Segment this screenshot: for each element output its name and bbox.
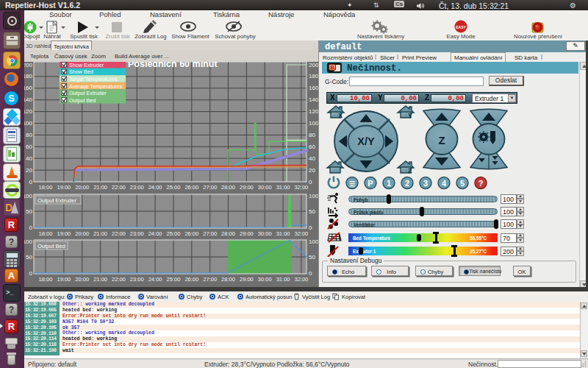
svg-text:40: 40 xyxy=(309,155,315,162)
svg-text:Output Extruder: Output Extruder xyxy=(69,90,107,96)
svg-text:21:00: 21:00 xyxy=(93,184,107,191)
svg-text:X: X xyxy=(338,112,343,119)
svg-text:21:00: 21:00 xyxy=(93,230,107,237)
svg-text:26:00: 26:00 xyxy=(184,184,198,191)
svg-text:Show Bed: Show Bed xyxy=(69,68,93,75)
svg-text:0: 0 xyxy=(309,224,312,231)
svg-text:60: 60 xyxy=(26,144,32,150)
svg-text:Z: Z xyxy=(438,134,445,146)
svg-text:80: 80 xyxy=(26,132,32,138)
svg-text:100: 100 xyxy=(24,238,33,245)
svg-text:100: 100 xyxy=(309,120,318,127)
svg-text:1: 1 xyxy=(387,179,391,188)
svg-text:Output Extruder: Output Extruder xyxy=(37,197,76,204)
svg-text:20:00: 20:00 xyxy=(75,276,89,283)
svg-text:50: 50 xyxy=(309,254,315,261)
svg-text:18:00: 18:00 xyxy=(39,276,53,283)
svg-text:100: 100 xyxy=(309,238,318,245)
svg-text:2: 2 xyxy=(405,179,409,188)
svg-text:30:00: 30:00 xyxy=(258,276,272,283)
svg-text:120: 120 xyxy=(24,108,33,115)
svg-text:EASY: EASY xyxy=(456,25,466,29)
svg-text:28:00: 28:00 xyxy=(221,230,235,237)
svg-text:23:00: 23:00 xyxy=(130,276,144,283)
svg-text:Z: Z xyxy=(408,167,412,174)
svg-text:0: 0 xyxy=(309,179,312,185)
svg-text:19:00: 19:00 xyxy=(57,276,71,283)
svg-text:28:00: 28:00 xyxy=(221,184,235,191)
svg-text:160: 160 xyxy=(24,85,33,91)
svg-text:?: ? xyxy=(478,179,484,188)
svg-text:50: 50 xyxy=(309,208,315,215)
svg-text:40: 40 xyxy=(26,155,32,162)
svg-text:32:00: 32:00 xyxy=(295,276,309,283)
svg-text:26:00: 26:00 xyxy=(184,276,198,283)
svg-text:0: 0 xyxy=(29,270,33,277)
svg-text:23:00: 23:00 xyxy=(130,230,144,237)
svg-text:31:00: 31:00 xyxy=(276,276,290,283)
svg-text:29:00: 29:00 xyxy=(240,230,254,237)
svg-text:50: 50 xyxy=(26,254,32,261)
svg-text:24:00: 24:00 xyxy=(148,230,162,237)
svg-text:☰: ☰ xyxy=(349,180,355,188)
svg-text:3: 3 xyxy=(423,179,428,188)
svg-text:22:00: 22:00 xyxy=(112,230,126,237)
svg-text:4: 4 xyxy=(442,179,447,188)
svg-text:24:00: 24:00 xyxy=(148,184,162,191)
svg-text:80: 80 xyxy=(309,132,315,138)
svg-text:27:00: 27:00 xyxy=(203,230,217,237)
svg-text:19:00: 19:00 xyxy=(57,230,71,237)
svg-text:24:00: 24:00 xyxy=(148,276,162,283)
svg-text:Average Temperatures: Average Temperatures xyxy=(69,83,123,90)
svg-text:Y: Y xyxy=(408,112,412,119)
svg-text:100: 100 xyxy=(24,120,33,127)
svg-text:23:00: 23:00 xyxy=(130,184,144,191)
svg-text:18:00: 18:00 xyxy=(39,184,53,191)
svg-text:Output Bed: Output Bed xyxy=(69,97,96,104)
svg-text:P: P xyxy=(368,179,373,188)
svg-text:100: 100 xyxy=(309,193,318,199)
svg-text:100: 100 xyxy=(24,193,33,199)
svg-text:0: 0 xyxy=(29,224,33,231)
svg-text:27:00: 27:00 xyxy=(203,276,217,283)
svg-text:25:00: 25:00 xyxy=(167,230,181,237)
svg-text:X/Y: X/Y xyxy=(357,135,375,147)
svg-text:29:00: 29:00 xyxy=(240,184,254,191)
svg-text:19:00: 19:00 xyxy=(57,184,71,191)
svg-text:120: 120 xyxy=(309,108,318,115)
svg-text:180: 180 xyxy=(309,73,318,79)
svg-text:25:00: 25:00 xyxy=(167,184,181,191)
svg-text:28:00: 28:00 xyxy=(221,276,235,283)
svg-text:20:00: 20:00 xyxy=(75,230,89,237)
svg-text:140: 140 xyxy=(24,96,33,103)
svg-text:0: 0 xyxy=(29,179,33,185)
svg-text:Show Extruder: Show Extruder xyxy=(69,62,104,68)
svg-text:30:00: 30:00 xyxy=(258,184,272,191)
svg-text:26:00: 26:00 xyxy=(184,230,198,237)
svg-text:200: 200 xyxy=(309,62,318,68)
svg-text:32:00: 32:00 xyxy=(295,230,309,237)
svg-text:Target Temperatures: Target Temperatures xyxy=(69,76,118,82)
svg-text:0: 0 xyxy=(309,270,312,277)
svg-text:60: 60 xyxy=(309,144,315,150)
svg-text:25:00: 25:00 xyxy=(167,276,181,283)
svg-text:30:00: 30:00 xyxy=(258,230,272,237)
svg-text:22:00: 22:00 xyxy=(112,276,126,283)
svg-text:200: 200 xyxy=(24,62,33,68)
svg-text:32:00: 32:00 xyxy=(295,184,309,191)
svg-text:160: 160 xyxy=(309,85,318,91)
svg-text:22:00: 22:00 xyxy=(112,184,126,191)
svg-text:Posledních 60 minut: Posledních 60 minut xyxy=(128,62,218,69)
svg-text:31:00: 31:00 xyxy=(276,230,290,237)
svg-text:50: 50 xyxy=(26,208,32,215)
svg-text:21:00: 21:00 xyxy=(93,276,107,283)
svg-text:31:00: 31:00 xyxy=(276,184,290,191)
svg-text:20: 20 xyxy=(26,167,32,174)
svg-text:27:00: 27:00 xyxy=(203,184,217,191)
svg-text:18:00: 18:00 xyxy=(39,230,53,237)
svg-text:140: 140 xyxy=(309,96,318,103)
svg-text:20: 20 xyxy=(309,167,315,174)
svg-text:29:00: 29:00 xyxy=(240,276,254,283)
svg-text:5: 5 xyxy=(460,179,465,188)
svg-text:Output Bed: Output Bed xyxy=(37,243,65,250)
